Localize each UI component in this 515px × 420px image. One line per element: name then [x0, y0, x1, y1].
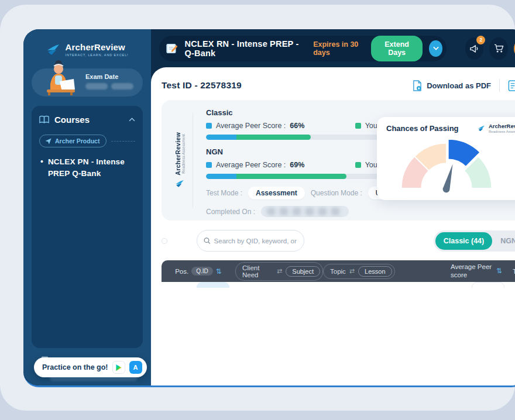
download-pdf-button[interactable]: Download as PDF	[412, 80, 491, 91]
gauge-needle	[443, 164, 453, 193]
classic-score-bar	[206, 135, 386, 140]
vertical-brand-sub: Readiness Assessment	[181, 132, 186, 175]
chevron-down-icon	[433, 46, 439, 50]
your-legend-swatch	[355, 162, 361, 168]
extend-days-button[interactable]: Extend Days	[371, 36, 423, 61]
test-id-title: Test ID - 22578319	[162, 80, 242, 91]
table-row-clipped	[162, 282, 515, 288]
chevron-up-icon[interactable]	[129, 118, 135, 122]
qid-header-pill[interactable]: Q.ID	[191, 267, 213, 276]
ngn-score-bar	[206, 174, 386, 179]
archer-swoosh-icon	[46, 43, 61, 57]
search-icon	[204, 237, 211, 245]
exam-date-card: Exam Date	[32, 68, 143, 97]
lesson-option-pill[interactable]: Lesson	[358, 266, 392, 277]
avg-peer-score-header: Average Peer score	[451, 263, 493, 280]
your-legend-swatch	[355, 123, 361, 129]
app-window: ArcherReview INTERACT, LEARN, AND EXCEL!…	[23, 29, 515, 387]
question-mode-label: Question Mode :	[311, 189, 362, 197]
cart-icon	[494, 44, 504, 53]
swap-icon: ⇄	[277, 267, 282, 275]
vertical-brand: ArcherReview Readiness Assessment	[166, 108, 193, 212]
archer-product-badge: Archer Product	[39, 135, 107, 147]
brand-logo: ArcherReview INTERACT, LEARN, AND EXCEL!	[23, 29, 151, 57]
classic-label: Classic	[206, 108, 515, 117]
classic-peer-legend: Average Peer Score : 66%	[206, 122, 304, 130]
time-header: Time	[513, 268, 515, 275]
topic-lesson-toggle[interactable]: Topic ⇄ Lesson	[323, 264, 395, 279]
test-mode-value: Assessment	[248, 187, 305, 199]
classic-ngn-toggle: Classic (44) NGN	[434, 230, 515, 252]
pdf-file-icon	[412, 80, 422, 91]
announcements-button[interactable]: 2	[465, 37, 484, 60]
completed-on-label: Completed On :	[206, 208, 255, 216]
studying-person-illustration	[37, 59, 80, 95]
vertical-brand-name: ArcherReview	[174, 132, 181, 175]
course-title-pill: NCLEX RN - Intense PREP - Q-Bank Expires…	[159, 36, 447, 61]
ngn-toggle-button[interactable]: NGN	[492, 232, 515, 250]
ngn-peer-legend: Average Peer Score : 69%	[206, 161, 304, 169]
classic-toggle-button[interactable]: Classic (44)	[435, 232, 492, 250]
chances-gauge	[393, 135, 515, 196]
search-box[interactable]	[197, 230, 304, 252]
report-document-icon[interactable]	[508, 80, 515, 91]
bullet: •	[40, 156, 43, 180]
client-need-subject-toggle[interactable]: Client Need ⇄ Subject	[235, 262, 323, 281]
chances-of-passing-card: Chances of Passing ArcherReview Readines…	[377, 117, 515, 200]
sort-icon[interactable]: ⇅	[216, 267, 222, 276]
cart-button[interactable]	[489, 37, 508, 60]
course-dropdown-button[interactable]	[429, 40, 442, 57]
course-title-text: NCLEX RN - Intense PREP - Q-Bank	[185, 39, 304, 58]
practice-on-the-go-banner: Practice on the go! A	[34, 357, 147, 377]
pos-header: Pos.	[175, 268, 188, 275]
courses-header[interactable]: Courses	[39, 115, 135, 125]
dashed-divider	[111, 141, 135, 142]
topbar: NCLEX RN - Intense PREP - Q-Bank Expires…	[151, 29, 515, 67]
search-input[interactable]	[214, 237, 298, 245]
header-separator	[499, 79, 500, 92]
chances-brand-logo: ArcherReview Readiness Assessment	[477, 123, 515, 133]
google-play-button[interactable]	[112, 361, 125, 374]
questions-table: Pos. Q.ID ⇅ Client Need ⇄ Subject Top	[162, 260, 515, 288]
peer-legend-swatch	[206, 123, 212, 129]
main-area: NCLEX RN - Intense PREP - Q-Bank Expires…	[151, 29, 515, 385]
book-icon	[39, 115, 49, 124]
test-mode-label: Test Mode :	[206, 189, 242, 197]
courses-panel: Courses Archer Product • NCLEX PN - Inte…	[32, 106, 143, 348]
result-filter-tabs	[162, 238, 167, 244]
app-store-icon: A	[133, 364, 138, 371]
brand-name: ArcherReview	[65, 42, 128, 52]
peer-legend-swatch	[206, 162, 212, 168]
table-header: Pos. Q.ID ⇅ Client Need ⇄ Subject Top	[162, 260, 515, 282]
brand-tagline: INTERACT, LEARN, AND EXCEL!	[65, 53, 128, 57]
content-panel: Test ID - 22578319 Download as PDF	[151, 67, 515, 385]
course-title[interactable]: • NCLEX PN - Intense PREP Q-Bank	[40, 156, 134, 180]
courses-label: Courses	[54, 115, 123, 125]
archer-swoosh-icon	[477, 125, 486, 132]
notebook-pencil-icon	[165, 40, 178, 57]
exam-date-label: Exam Date	[85, 73, 137, 80]
completed-date-redacted	[261, 206, 349, 217]
practice-banner-label: Practice on the go!	[42, 363, 108, 371]
subject-option-pill[interactable]: Subject	[286, 266, 320, 277]
archer-swoosh-icon	[174, 179, 185, 188]
expires-label: Expires in 30 days	[313, 40, 365, 57]
google-play-icon	[115, 364, 122, 371]
megaphone-icon	[469, 44, 479, 53]
sort-icon[interactable]: ⇅	[496, 267, 502, 275]
app-store-button[interactable]: A	[129, 361, 142, 374]
sidebar: ArcherReview INTERACT, LEARN, AND EXCEL!…	[23, 29, 151, 385]
paper-plane-icon	[45, 138, 52, 144]
swap-icon: ⇄	[349, 267, 355, 275]
notification-count-badge: 2	[476, 36, 485, 44]
exam-date-redacted	[85, 83, 137, 89]
